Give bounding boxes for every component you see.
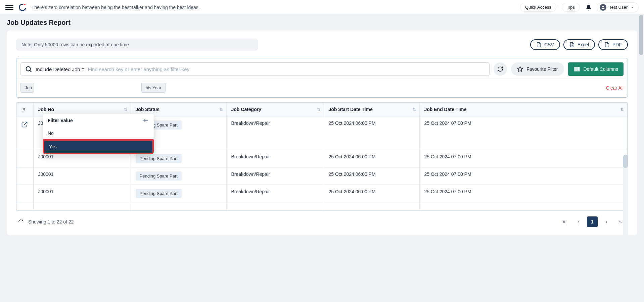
tagline-text: There's zero correlation between being t… [32, 5, 515, 10]
popover-title: Filter Value [48, 118, 73, 123]
page-next-button[interactable]: › [601, 216, 612, 227]
cell-end: 25 Oct 2024 07:00 PM [419, 116, 628, 150]
filter-option-no[interactable]: No [43, 127, 154, 139]
report-card: Note: Only 50000 rows can be exported at… [7, 31, 637, 235]
csv-label: CSV [544, 42, 554, 47]
cell-job-no: J00001 [33, 167, 131, 185]
columns-icon [573, 66, 580, 72]
cell-start: 25 Oct 2024 06:00 PM [324, 150, 419, 167]
page-title: Job Updates Report [7, 19, 637, 27]
page-scrollbar-thumb[interactable] [639, 15, 643, 55]
user-name: Test User [609, 5, 628, 10]
user-menu[interactable]: Test User [597, 2, 639, 12]
svg-point-1 [26, 67, 31, 71]
file-csv-icon [536, 42, 542, 47]
pdf-label: PDF [612, 42, 622, 47]
sort-icon[interactable]: ⇅ [124, 107, 127, 112]
export-excel-button[interactable]: Excel [563, 39, 595, 50]
svg-rect-4 [578, 67, 580, 71]
table-scrollbar[interactable] [623, 155, 628, 255]
sort-icon[interactable]: ⇅ [413, 107, 416, 112]
app-logo[interactable] [19, 4, 26, 11]
status-badge: Pending Spare Part [136, 189, 182, 198]
search-icon [25, 65, 32, 73]
export-pdf-button[interactable]: PDF [598, 39, 628, 50]
status-badge: Pending Spare Part [136, 171, 182, 181]
svg-point-0 [602, 6, 604, 7]
row-open-cell [16, 116, 33, 150]
cell-status: Pending Spare Part [131, 185, 226, 202]
status-badge: Pending Spare Part [136, 154, 182, 163]
filter-value-popover: Filter Value No Yes [43, 114, 154, 154]
export-csv-button[interactable]: CSV [530, 39, 560, 50]
search-filter-prefix: Include Deleted Job = [36, 66, 85, 72]
popover-header: Filter Value [43, 114, 154, 127]
cell-category: Breakdown/Repair [226, 185, 324, 202]
cell-category: Breakdown/Repair [226, 150, 324, 167]
notifications-icon[interactable] [585, 4, 591, 10]
page-body: Job Updates Report Note: Only 50000 rows… [0, 15, 644, 302]
filter-chip-thisyear[interactable]: his Year [141, 83, 166, 93]
favourite-filter-button[interactable]: Favourite Filter [511, 62, 564, 76]
arrow-left-icon[interactable] [142, 117, 149, 124]
file-excel-icon [569, 42, 575, 47]
quick-access-button[interactable]: Quick Access [520, 3, 556, 12]
cell-end: 25 Oct 2024 07:00 PM [419, 150, 628, 167]
cell-job-no: J00001 [33, 185, 131, 202]
top-bar: There's zero correlation between being t… [0, 0, 644, 15]
filter-panel: Include Deleted Job = Favourite Filter D… [16, 58, 628, 98]
sort-icon[interactable]: ⇅ [220, 107, 223, 112]
cell-end: 25 Oct 2024 07:00 PM [419, 185, 628, 202]
tips-button[interactable]: Tips [562, 3, 580, 12]
cell-status: Pending Spare Part [131, 167, 226, 185]
scrollbar-thumb[interactable] [623, 155, 628, 168]
refresh-icon [497, 66, 503, 72]
col-header-hash[interactable]: # [16, 103, 33, 116]
favourite-filter-label: Favourite Filter [526, 66, 558, 72]
chevron-down-icon [630, 5, 634, 9]
cell-category: Breakdown/Repair [226, 167, 324, 185]
default-columns-button[interactable]: Default Columns [568, 62, 624, 76]
menu-icon[interactable] [5, 3, 13, 11]
export-note: Note: Only 50000 rows can be exported at… [16, 39, 258, 51]
page-scrollbar[interactable] [639, 15, 644, 302]
default-columns-label: Default Columns [584, 66, 618, 72]
export-buttons: CSV Excel PDF [530, 39, 628, 50]
cell-start: 25 Oct 2024 06:00 PM [324, 116, 419, 150]
filter-chips-row: Job his Year Clear All [16, 80, 628, 97]
open-row-icon[interactable] [21, 121, 29, 128]
page-prev-button[interactable]: ‹ [573, 216, 584, 227]
clear-all-button[interactable]: Clear All [606, 85, 624, 91]
excel-label: Excel [578, 42, 589, 47]
cell-category: Breakdown/Repair [226, 116, 324, 150]
page-first-button[interactable]: « [559, 216, 569, 227]
col-header-job-start[interactable]: Job Start Date Time⇅ [324, 103, 419, 116]
table-row [16, 202, 628, 211]
table-row: J00001 Pending Spare Part Breakdown/Repa… [16, 167, 628, 185]
sort-icon[interactable]: ⇅ [317, 107, 320, 112]
svg-rect-3 [576, 67, 578, 71]
note-row: Note: Only 50000 rows can be exported at… [16, 39, 628, 51]
cell-end: 25 Oct 2024 07:00 PM [419, 167, 628, 185]
col-header-job-category[interactable]: Job Category⇅ [226, 103, 324, 116]
search-box[interactable]: Include Deleted Job = [20, 62, 490, 76]
avatar-icon [600, 4, 606, 11]
search-row: Include Deleted Job = Favourite Filter D… [16, 58, 628, 80]
refresh-table-icon[interactable] [18, 219, 24, 224]
col-header-job-end[interactable]: Job End Date Time⇅ [419, 103, 628, 116]
cell-start: 25 Oct 2024 06:00 PM [324, 185, 419, 202]
table-footer: Showing 1 to 22 of 22 « ‹ 1 › » [16, 211, 628, 229]
sort-icon[interactable]: ⇅ [620, 107, 624, 112]
file-pdf-icon [604, 42, 610, 47]
refresh-search-button[interactable] [494, 62, 507, 76]
filter-option-yes[interactable]: Yes [43, 139, 154, 154]
page-number-current[interactable]: 1 [587, 216, 598, 227]
showing-text: Showing 1 to 22 of 22 [28, 219, 74, 224]
svg-rect-2 [574, 67, 576, 71]
table-row: J00001 Pending Spare Part Breakdown/Repa… [16, 185, 628, 202]
cell-start: 25 Oct 2024 06:00 PM [324, 167, 419, 185]
paginator: « ‹ 1 › » [559, 216, 626, 227]
star-icon [517, 66, 523, 72]
filter-chip-job[interactable]: Job [20, 83, 34, 93]
search-input[interactable] [88, 66, 486, 72]
